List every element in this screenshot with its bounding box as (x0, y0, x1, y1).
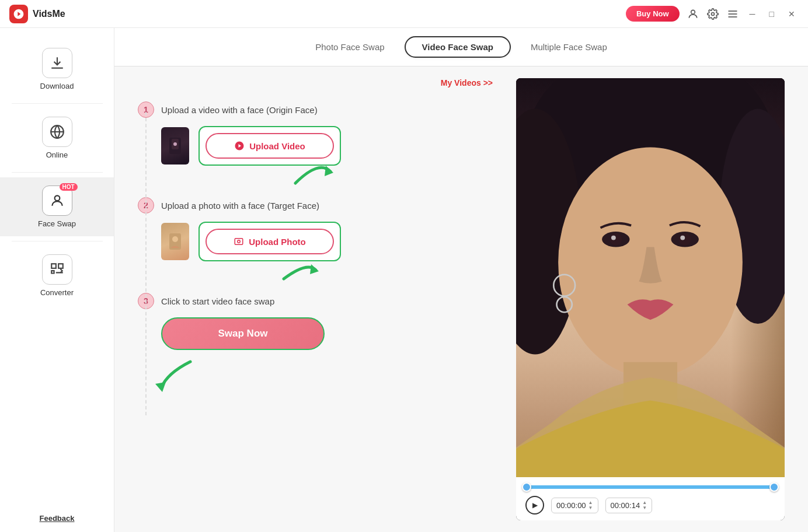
main-content: My Videos >> 1 Upload a video with a fac… (114, 66, 808, 532)
video-preview-area (516, 78, 785, 477)
step-3-title: Click to start video face swap (161, 296, 274, 306)
hot-badge: HOT (60, 183, 78, 191)
green-arrow-2 (278, 250, 493, 287)
svg-point-1 (711, 12, 714, 15)
step-2-header: 2 Upload a photo with a face (Target Fac… (138, 197, 493, 214)
svg-rect-8 (51, 264, 56, 268)
time-start-down[interactable]: ▼ (588, 506, 593, 510)
step-1-title: Upload a video with a face (Origin Face) (161, 105, 318, 115)
sidebar-item-label-download: Download (40, 82, 74, 90)
time-end-input[interactable]: 00:00:14 ▲ ▼ (605, 498, 653, 513)
sidebar-item-label-online: Online (46, 150, 68, 159)
controls-row: ▶ 00:00:00 ▲ ▼ 00:00:14 ▲ (525, 496, 775, 514)
time-start-input[interactable]: 00:00:00 ▲ ▼ (551, 498, 598, 513)
svg-point-7 (54, 195, 60, 201)
play-icon: ▶ (532, 501, 538, 509)
converter-icon-box (42, 254, 72, 285)
progress-thumb-right[interactable] (769, 482, 779, 492)
sidebar-divider-1 (12, 103, 103, 104)
svg-point-0 (691, 10, 695, 14)
svg-point-29 (679, 233, 691, 246)
svg-point-31 (680, 236, 685, 240)
sidebar-divider-2 (12, 172, 103, 173)
menu-icon[interactable] (726, 8, 739, 20)
tab-photo-face-swap[interactable]: Photo Face Swap (298, 36, 402, 58)
sidebar-item-label-converter: Converter (40, 288, 74, 297)
svg-point-30 (611, 236, 616, 240)
svg-marker-21 (155, 382, 166, 392)
svg-rect-18 (235, 239, 243, 245)
svg-point-12 (173, 142, 177, 146)
svg-marker-20 (310, 264, 319, 274)
sidebar: Download Online HOT Face Swap Converter … (0, 28, 114, 532)
minimize-button[interactable]: ─ (746, 7, 759, 21)
close-button[interactable]: ✕ (785, 7, 799, 21)
time-start-spinners[interactable]: ▲ ▼ (588, 501, 593, 510)
swap-btn-wrap: Swap Now (161, 317, 493, 350)
svg-point-28 (610, 233, 622, 246)
main-layout: Download Online HOT Face Swap Converter … (0, 28, 808, 532)
download-icon-box (42, 48, 72, 78)
photo-thumbnail (161, 223, 189, 260)
time-end-spinners[interactable]: ▲ ▼ (642, 501, 647, 510)
green-arrow-1 (290, 154, 493, 191)
tab-video-face-swap[interactable]: Video Face Swap (405, 36, 511, 58)
step-3-header: 3 Click to start video face swap (138, 293, 493, 309)
green-arrow-3 (149, 356, 493, 399)
play-button[interactable]: ▶ (525, 496, 544, 514)
steps-connector (145, 112, 147, 415)
tab-multiple-face-swap[interactable]: Multiple Face Swap (513, 36, 625, 58)
svg-point-19 (238, 240, 241, 243)
video-panel: ▶ 00:00:00 ▲ ▼ 00:00:14 ▲ (516, 78, 785, 520)
time-start-up[interactable]: ▲ (588, 501, 593, 505)
sidebar-item-converter[interactable]: Converter (0, 246, 114, 305)
step-2-title: Upload a photo with a face (Target Face) (161, 201, 319, 211)
feedback-link[interactable]: Feedback (40, 505, 75, 532)
progress-bar[interactable] (525, 485, 775, 489)
time-start-value: 00:00:00 (556, 501, 586, 510)
step-1-header: 1 Upload a video with a face (Origin Fac… (138, 102, 493, 118)
time-end-up[interactable]: ▲ (642, 501, 647, 505)
titlebar-left: VidsMe (9, 5, 65, 23)
my-videos-link[interactable]: My Videos >> (441, 78, 493, 88)
content-area: Photo Face Swap Video Face Swap Multiple… (114, 28, 808, 532)
progress-fill (525, 485, 775, 489)
time-end-value: 00:00:14 (611, 501, 640, 510)
buy-now-button[interactable]: Buy Now (626, 6, 680, 22)
sidebar-item-download[interactable]: Download (0, 40, 114, 99)
video-thumbnail (161, 127, 189, 164)
swap-now-button[interactable]: Swap Now (161, 317, 325, 350)
steps-panel: My Videos >> 1 Upload a video with a fac… (138, 78, 493, 520)
svg-marker-15 (325, 166, 333, 176)
sidebar-divider-3 (12, 241, 103, 242)
settings-icon[interactable] (706, 8, 719, 20)
globe-icon-box (42, 117, 72, 147)
video-frame (516, 78, 785, 477)
svg-rect-9 (58, 264, 63, 268)
video-controls: ▶ 00:00:00 ▲ ▼ 00:00:14 ▲ (516, 477, 785, 520)
sidebar-item-face-swap[interactable]: HOT Face Swap (0, 177, 114, 236)
user-icon[interactable] (687, 8, 699, 20)
tab-bar: Photo Face Swap Video Face Swap Multiple… (114, 28, 808, 66)
svg-point-17 (172, 236, 178, 242)
sidebar-item-online[interactable]: Online (0, 108, 114, 167)
progress-thumb-left[interactable] (522, 482, 531, 492)
face-svg (516, 78, 785, 477)
sidebar-item-label-faceswap: Face Swap (38, 219, 76, 228)
maximize-button[interactable]: □ (766, 7, 778, 21)
time-end-down[interactable]: ▼ (642, 506, 647, 510)
titlebar-right: Buy Now ─ □ ✕ (626, 6, 799, 22)
step-3-section: 3 Click to start video face swap Swap No… (138, 293, 493, 350)
titlebar: VidsMe Buy Now ─ □ ✕ (0, 0, 808, 28)
app-logo (9, 5, 28, 23)
app-name: VidsMe (33, 9, 65, 19)
